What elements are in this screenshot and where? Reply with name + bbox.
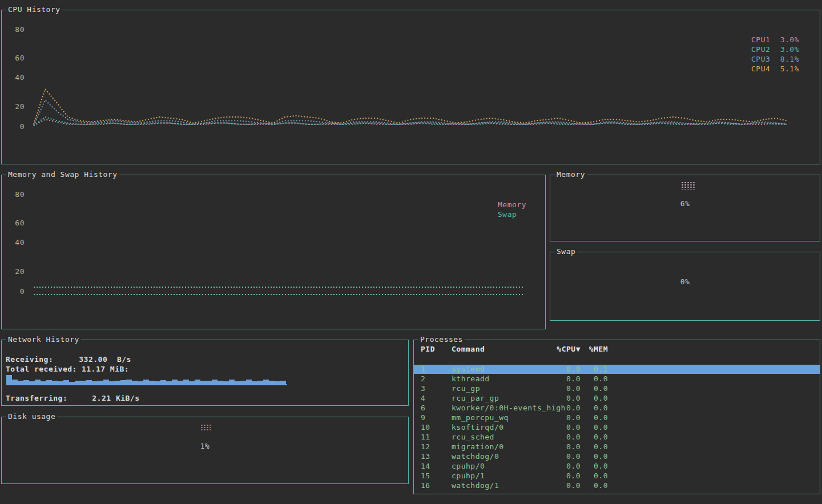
memory-swap-chart: [29, 187, 537, 312]
legend-series-value: 5.1%: [773, 64, 799, 74]
panel-title: Processes: [418, 335, 465, 344]
process-mem-percent: 0.0: [562, 384, 608, 393]
processes-panel: Processes PID Command %CPU▼ %MEM 1system…: [413, 340, 820, 494]
legend-series-name: CPU1: [751, 35, 773, 45]
memory-swap-history-panel: Memory and Swap History 806040200 Memory…: [1, 175, 546, 329]
process-row[interactable]: 6kworker/0:0H-events_high0.00.0: [414, 404, 820, 413]
cpu-legend-item: CPU23.0%: [751, 45, 799, 54]
sparkline-bar: [217, 381, 223, 384]
sparkline-bar: [280, 381, 286, 384]
panel-title: Memory: [555, 170, 587, 179]
cpu-legend-item: CPU45.1%: [751, 64, 799, 74]
process-pid: 15: [421, 471, 446, 481]
sparkline-bar: [155, 381, 160, 384]
process-row[interactable]: 12migration/00.00.0: [414, 442, 820, 451]
swap-gauge-panel: Swap 0%: [550, 252, 820, 321]
process-row[interactable]: 4rcu_par_gp0.00.0: [414, 394, 820, 403]
cpu-history-panel: CPU History 806040200 CPU13.0%CPU23.0%CP…: [1, 10, 820, 164]
y-tick-label: 60: [12, 54, 25, 63]
process-row[interactable]: 9mm_percpu_wq0.00.0: [414, 413, 820, 422]
sparkline-bar: [229, 380, 235, 384]
legend-series-name: CPU2: [751, 45, 773, 54]
process-row[interactable]: 16watchdog/10.00.0: [414, 481, 820, 490]
sparkline-bar: [58, 381, 63, 384]
cpu-history-chart: [29, 22, 797, 147]
sparkline-bar: [69, 382, 75, 384]
column-header-mem[interactable]: %MEM: [562, 345, 608, 354]
sparkline-bar: [257, 381, 263, 384]
cpu-legend-item: CPU13.0%: [751, 35, 799, 45]
sparkline-bar: [46, 380, 52, 384]
panel-title: Network History: [6, 335, 81, 344]
sparkline-bar: [206, 381, 212, 384]
disk-usage-panel: Disk usage 1%: [1, 417, 409, 484]
process-pid: 16: [421, 481, 446, 490]
sparkline-bar: [166, 381, 172, 384]
sparkline-bar: [195, 380, 200, 384]
sparkline-bar: [98, 381, 103, 384]
process-mem-percent: 0.0: [562, 394, 608, 403]
sparkline-bar: [132, 381, 138, 384]
sparkline-bar: [52, 381, 58, 384]
process-mem-percent: 0.0: [562, 423, 608, 432]
legend-series-name: CPU4: [751, 64, 773, 74]
legend-series-value: 8.1%: [773, 54, 799, 64]
sparkline-bar: [63, 380, 69, 384]
process-pid: 4: [421, 394, 446, 403]
process-pid: 1: [421, 365, 446, 374]
network-receiving-line: Receiving:332.00 B/s: [6, 355, 131, 364]
system-monitor-tui: { "colors": { "background": "#2b2b2b", "…: [0, 0, 822, 504]
process-row[interactable]: 14cpuhp/00.00.0: [414, 462, 820, 471]
process-row[interactable]: 11rcu_sched0.00.0: [414, 433, 820, 442]
process-pid: 14: [421, 462, 446, 471]
process-pid: 6: [421, 404, 446, 413]
sparkline-bar: [223, 381, 229, 384]
column-header-pid[interactable]: PID: [421, 345, 446, 354]
memory-gauge-panel: Memory 6%: [550, 175, 820, 241]
sparkline-bar: [138, 381, 143, 384]
sparkline-bar: [149, 381, 155, 384]
process-mem-percent: 0.0: [562, 452, 608, 461]
sparkline-bar: [23, 380, 29, 384]
sparkline-bar: [86, 380, 92, 384]
sparkline-bar: [252, 381, 257, 384]
process-row[interactable]: 2kthreadd0.00.0: [414, 374, 820, 384]
y-tick-label: 80: [12, 25, 25, 34]
process-mem-percent: 0.0: [562, 374, 608, 384]
legend-series-name: CPU3: [751, 54, 773, 64]
process-row[interactable]: 15cpuhp/10.00.0: [414, 471, 820, 481]
panel-title: CPU History: [6, 5, 62, 14]
sparkline-bar: [35, 380, 41, 384]
sparkline-bar: [200, 381, 206, 384]
sparkline-bar: [92, 381, 98, 384]
network-transferring-line: Transferring:2.21 KiB/s: [6, 394, 140, 403]
process-mem-percent: 0.0: [562, 442, 608, 451]
sparkline-bar: [263, 380, 269, 384]
y-tick-label: 40: [12, 238, 25, 247]
network-history-panel: Network History Receiving:332.00 B/s Tot…: [1, 340, 409, 406]
process-row-selected[interactable]: 1systemd0.00.1: [414, 365, 820, 374]
process-row[interactable]: 10ksoftirqd/00.00.0: [414, 423, 820, 432]
process-row[interactable]: 3rcu_gp0.00.0: [414, 384, 820, 393]
process-mem-percent: 0.0: [562, 481, 608, 490]
process-mem-percent: 0.0: [562, 404, 608, 413]
swap-percent-value: 0%: [550, 277, 820, 287]
memory-percent-value: 6%: [550, 199, 820, 208]
y-tick-label: 40: [12, 73, 25, 82]
sparkline-bar: [212, 380, 217, 384]
sparkline-bar: [189, 381, 195, 384]
receiving-value: 332.00 B/s: [79, 355, 131, 364]
memory-braille-dots: [681, 182, 695, 189]
process-row[interactable]: 13watchdog/00.00.0: [414, 452, 820, 461]
sparkline-bar: [75, 381, 80, 384]
sparkline-bar: [18, 381, 23, 384]
sparkline-bar: [109, 381, 115, 384]
y-tick-label: 20: [12, 267, 25, 276]
process-mem-percent: 0.0: [562, 433, 608, 442]
chart-series-line: [34, 100, 787, 126]
y-tick-label: 60: [12, 219, 25, 228]
sparkline-bar: [183, 380, 189, 384]
process-pid: 12: [421, 442, 446, 451]
panel-title: Swap: [555, 247, 577, 256]
network-receive-sparkline: [6, 372, 287, 386]
